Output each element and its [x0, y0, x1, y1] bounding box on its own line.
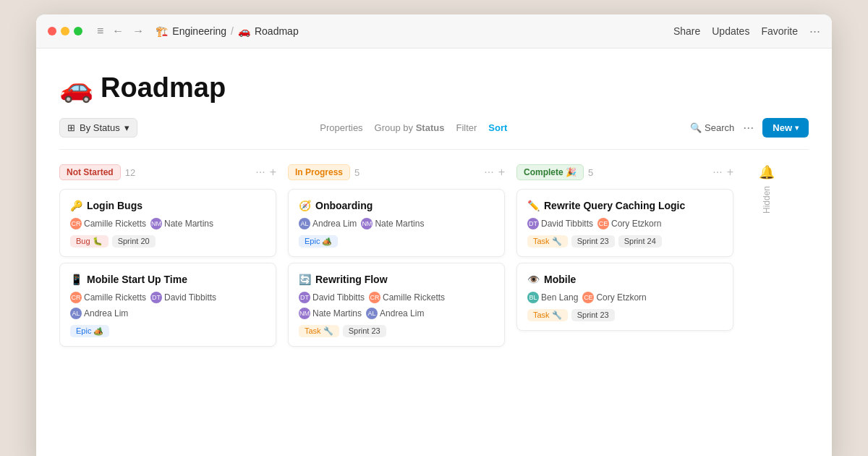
- task-card[interactable]: 📱Mobile Start Up TimeCRCamille RickettsD…: [59, 263, 276, 347]
- hamburger-icon[interactable]: ≡: [94, 23, 106, 39]
- card-tag[interactable]: Task 🔧: [527, 309, 568, 321]
- member-name: Ben Lang: [541, 292, 578, 303]
- card-icon: 📱: [70, 274, 82, 285]
- task-card[interactable]: ✏️Rewrite Query Caching LogicDTDavid Tib…: [516, 189, 733, 257]
- nav-buttons: ≡ ← →: [94, 23, 147, 39]
- traffic-lights: [48, 27, 82, 35]
- new-button[interactable]: New ▾: [762, 118, 809, 138]
- member-avatar: AL: [70, 308, 82, 319]
- toolbar: ⊞ By Status ▾ Properties Group by Status…: [59, 118, 809, 150]
- member-name: Andrea Lim: [84, 308, 128, 318]
- titlebar-actions: Share Updates Favorite ···: [673, 24, 820, 39]
- group-by-value: Status: [416, 122, 445, 133]
- col-header-complete: Complete 🎉 5 ··· +: [516, 161, 733, 183]
- forward-button[interactable]: →: [129, 23, 147, 39]
- chevron-down-icon: ▾: [124, 122, 129, 133]
- col-actions-not-started[interactable]: ··· +: [255, 166, 276, 179]
- page-title: 🚗 Roadmap: [59, 72, 809, 104]
- toolbar-right: 🔍 Search ··· New ▾: [690, 118, 809, 138]
- breadcrumb-roadmap[interactable]: Roadmap: [255, 25, 299, 37]
- card-members: ALAndrea LimNMNate Martins: [299, 218, 494, 229]
- member-name: David Tibbitts: [164, 292, 216, 303]
- member-name: Nate Martins: [164, 219, 213, 229]
- breadcrumb-engineering-icon: 🏗️: [156, 25, 168, 37]
- favorite-button[interactable]: Favorite: [761, 25, 798, 37]
- task-card[interactable]: 🧭OnboardingALAndrea LimNMNate MartinsEpi…: [288, 189, 505, 257]
- col-status-badge-not-started[interactable]: Not Started: [59, 164, 121, 180]
- card-tag[interactable]: Epic 🏕️: [299, 235, 338, 248]
- filter-button[interactable]: Filter: [456, 122, 477, 133]
- sort-button[interactable]: Sort: [488, 122, 507, 133]
- card-tags: Task 🔧Sprint 23: [299, 325, 494, 337]
- card-tag[interactable]: Task 🔧: [299, 325, 339, 337]
- card-member: NMNate Martins: [361, 218, 424, 229]
- card-title-text: Onboarding: [315, 200, 373, 211]
- col-actions-in-progress[interactable]: ··· +: [484, 166, 505, 179]
- col-actions-complete[interactable]: ··· +: [712, 166, 733, 179]
- col-more-icon-complete[interactable]: ···: [712, 166, 722, 179]
- task-card[interactable]: 🔑Login BugsCRCamille RickettsNMNate Mart…: [59, 189, 276, 257]
- task-card[interactable]: 👁️MobileBLBen LangCECory EtzkornTask 🔧Sp…: [516, 263, 733, 331]
- app-window: ≡ ← → 🏗️ Engineering / 🚗 Roadmap Share U…: [36, 14, 832, 456]
- member-avatar: NM: [150, 218, 162, 229]
- toolbar-more-button[interactable]: ···: [740, 119, 757, 137]
- search-label[interactable]: Search: [705, 122, 734, 133]
- col-more-icon-not-started[interactable]: ···: [255, 166, 265, 179]
- updates-button[interactable]: Updates: [712, 25, 749, 37]
- task-card[interactable]: 🔄Rewriting FlowDTDavid TibbittsCRCamille…: [288, 263, 505, 347]
- card-tag[interactable]: Sprint 20: [112, 235, 156, 248]
- search-area[interactable]: 🔍 Search: [690, 122, 734, 133]
- card-title-text: Rewriting Flow: [315, 274, 388, 285]
- breadcrumb-roadmap-icon: 🚗: [238, 25, 250, 37]
- card-tag[interactable]: Sprint 23: [571, 309, 615, 321]
- member-avatar: AL: [366, 308, 378, 319]
- card-title-text: Login Bugs: [87, 200, 142, 211]
- by-status-button[interactable]: ⊞ By Status ▾: [59, 118, 137, 138]
- card-tag[interactable]: Bug 🐛: [70, 235, 109, 248]
- col-more-icon-in-progress[interactable]: ···: [484, 166, 493, 179]
- card-member: ALAndrea Lim: [366, 308, 424, 319]
- maximize-button[interactable]: [74, 27, 82, 35]
- hidden-icon: 🔔: [759, 164, 775, 180]
- breadcrumb: 🏗️ Engineering / 🚗 Roadmap: [156, 25, 668, 37]
- card-tag[interactable]: Sprint 24: [618, 235, 662, 248]
- more-menu-button[interactable]: ···: [809, 24, 820, 39]
- card-title-text: Mobile Start Up Time: [87, 274, 187, 285]
- col-add-icon-complete[interactable]: +: [727, 166, 733, 179]
- card-member: CECory Etzkorn: [597, 218, 661, 229]
- col-header-in-progress: In Progress 5 ··· +: [288, 161, 505, 183]
- new-label: New: [773, 122, 792, 133]
- member-avatar: CR: [369, 292, 380, 303]
- properties-button[interactable]: Properties: [320, 122, 362, 133]
- card-tag[interactable]: Epic 🏕️: [70, 325, 109, 337]
- col-status-badge-in-progress[interactable]: In Progress: [288, 164, 350, 180]
- group-by-label: Group by Status: [375, 122, 445, 133]
- card-member: CRCamille Ricketts: [70, 292, 146, 303]
- main-content: 🚗 Roadmap ⊞ By Status ▾ Properties Group…: [36, 48, 832, 456]
- back-button[interactable]: ←: [109, 23, 127, 39]
- card-tags: Epic 🏕️: [70, 325, 265, 337]
- member-name: Andrea Lim: [312, 219, 357, 229]
- share-button[interactable]: Share: [673, 25, 700, 37]
- member-avatar: CR: [70, 292, 82, 303]
- member-avatar: AL: [299, 218, 310, 229]
- card-tags: Task 🔧Sprint 23: [527, 309, 723, 321]
- new-chevron-icon: ▾: [795, 124, 799, 132]
- breadcrumb-engineering[interactable]: Engineering: [172, 25, 226, 37]
- card-member: DTDavid Tibbitts: [527, 218, 593, 229]
- card-icon: 👁️: [527, 274, 540, 285]
- col-add-icon-in-progress[interactable]: +: [498, 166, 505, 179]
- minimize-button[interactable]: [61, 27, 69, 35]
- toolbar-center: Properties Group by Status Filter Sort: [142, 122, 686, 133]
- member-avatar: DT: [299, 292, 310, 303]
- card-tag[interactable]: Task 🔧: [527, 235, 568, 248]
- card-tag[interactable]: Sprint 23: [571, 235, 615, 248]
- card-member: NMNate Martins: [299, 308, 362, 319]
- titlebar: ≡ ← → 🏗️ Engineering / 🚗 Roadmap Share U…: [36, 14, 832, 48]
- card-member: DTDavid Tibbitts: [150, 292, 216, 303]
- close-button[interactable]: [48, 27, 56, 35]
- card-members: DTDavid TibbittsCRCamille RickettsNMNate…: [299, 292, 494, 319]
- col-status-badge-complete[interactable]: Complete 🎉: [516, 164, 584, 180]
- card-tag[interactable]: Sprint 23: [343, 325, 386, 337]
- col-add-icon-not-started[interactable]: +: [270, 166, 276, 179]
